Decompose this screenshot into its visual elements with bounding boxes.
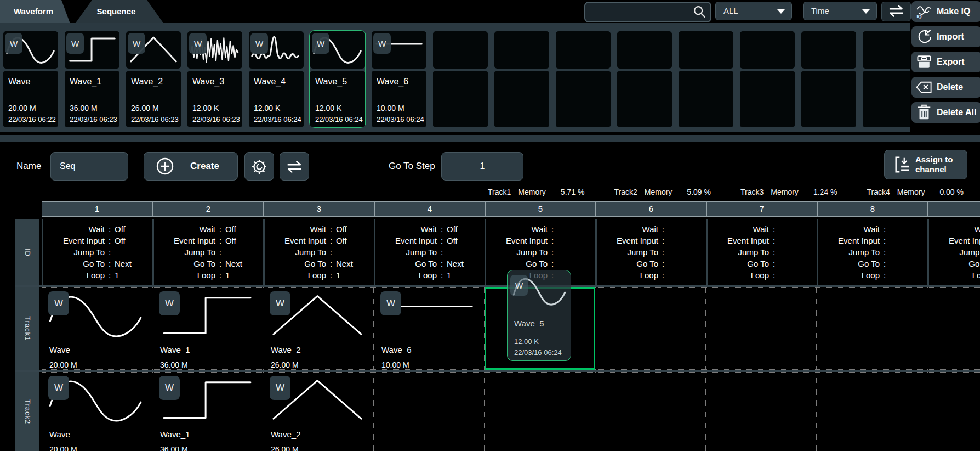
sequence-step-cell[interactable] [374, 372, 485, 451]
sequence-step-cell[interactable] [485, 372, 595, 451]
param-label: Wait [265, 224, 326, 234]
step-params-cell[interactable]: Wait:OffEvent Input:OffJump To:Go To:Nex… [374, 219, 485, 285]
cell-waveform-name: Wave_6 [381, 345, 411, 354]
tab-sequence[interactable]: Sequence [81, 0, 151, 23]
param-colon: : [769, 236, 779, 245]
w-badge: W [250, 33, 268, 54]
param-label: Loop [597, 270, 658, 280]
make-iq-button[interactable]: IQMake IQ [911, 1, 980, 22]
waveform-card[interactable]: WWave20.00 M22/03/16 06:22 [3, 31, 58, 127]
step-params-cell[interactable]: Wait:OffEvent Input:OffJump To:Go To:Nex… [263, 219, 374, 285]
sort-dropdown[interactable]: Time [803, 2, 877, 20]
step-params-cell[interactable]: Wait:Event Input:Jump To:Go To:Loop: [595, 219, 706, 285]
param-colon: : [105, 224, 115, 234]
param-colon: : [769, 247, 779, 257]
delete-button[interactable]: Delete [911, 77, 980, 98]
param-label: Event Input [486, 236, 548, 245]
param-label: Go To [375, 259, 437, 268]
step-params-cell[interactable]: Wait:Event Input:Jump To:Go To:Loop: [817, 219, 927, 285]
param-colon: : [215, 247, 225, 257]
w-badge: W [380, 291, 401, 315]
param-colon: : [769, 224, 779, 234]
param-colon: : [880, 259, 890, 268]
reorder-steps-button[interactable] [280, 152, 309, 181]
sort-order-button[interactable] [881, 2, 911, 21]
step-param-line: Event Input: [929, 235, 980, 246]
action-label: Delete [937, 82, 963, 92]
w-badge: W [270, 291, 290, 315]
step-param-line: Jump To: [265, 246, 374, 258]
waveform-name: Wave [8, 77, 30, 87]
param-colon: : [326, 259, 336, 268]
w-badge: W [128, 33, 145, 54]
waveform-card[interactable]: WWave_412.00 K22/03/16 06:24 [249, 31, 304, 127]
sequence-name-input[interactable] [50, 152, 128, 181]
step-param-line: Wait: [486, 223, 595, 235]
create-button[interactable]: Create [144, 152, 238, 181]
w-badge: W [159, 376, 180, 400]
delete-all-button[interactable]: Delete All [911, 102, 980, 123]
step-params-cell[interactable]: Wait:Event Input:Jump To:Go To:Loop: [706, 219, 817, 285]
cell-waveform-size: 26.00 M [271, 360, 299, 369]
step-param-line: Loop: [929, 269, 980, 281]
param-colon: : [215, 270, 225, 280]
param-label: Go To [597, 259, 658, 268]
waveform-card[interactable]: WWave_512.00 K22/03/16 06:24 [310, 31, 365, 127]
sequence-step-cell[interactable] [706, 372, 817, 451]
waveform-card[interactable]: WWave_136.00 M22/03/16 06:23 [65, 31, 119, 127]
search-input[interactable] [590, 4, 691, 19]
param-value: Next [115, 259, 152, 268]
param-colon: : [880, 270, 890, 280]
param-label: Event Input [154, 236, 215, 245]
waveform-thumbnail: W [126, 31, 181, 69]
param-colon: : [105, 270, 115, 280]
sequence-step-cell[interactable]: WWave20.00 M [42, 372, 152, 451]
track-memory-row: Track1Memory5.71 %Track2Memory5.09 %Trac… [488, 188, 964, 196]
goto-step-input[interactable] [441, 152, 523, 181]
param-label: Loop [43, 270, 105, 280]
search-box[interactable] [584, 2, 711, 22]
dragged-waveform-card[interactable]: W Wave_5 12.00 K 22/03/16 06:24 [507, 270, 571, 361]
step-params-cell[interactable]: Wait:OffEvent Input:OffJump To:Go To:Nex… [42, 219, 152, 285]
sequence-step-cell[interactable]: WWave_610.00 M [374, 287, 485, 370]
waveform-card[interactable]: WWave_610.00 M22/03/16 06:24 [372, 31, 426, 127]
sequence-step-cell[interactable]: WWave20.00 M [42, 287, 152, 370]
filter-type-dropdown[interactable]: ALL [715, 2, 792, 20]
export-button[interactable]: Export [911, 52, 980, 72]
waveform-size: 12.00 K [254, 104, 280, 112]
sequence-step-cell[interactable]: WWave_226.00 M [263, 287, 374, 370]
step-params-cell[interactable]: Wait:OffEvent Input:OffJump To:Go To:Nex… [152, 219, 263, 285]
cell-waveform-name: Wave_2 [271, 430, 300, 439]
sequence-settings-button[interactable] [244, 152, 274, 181]
sequence-step-cell[interactable]: WWave_136.00 M [152, 372, 263, 451]
memory-value: 5.09 % [687, 188, 711, 196]
assign-download-icon [893, 155, 911, 174]
make-iq-icon: IQ [915, 3, 933, 20]
param-colon: : [105, 259, 115, 268]
waveform-date: 22/03/16 06:23 [192, 115, 240, 123]
sequence-step-cell[interactable] [817, 287, 927, 370]
waveform-card[interactable]: WWave_226.00 M22/03/16 06:23 [126, 31, 181, 127]
sequence-step-cell[interactable] [595, 372, 706, 451]
waveform-thumbnail: W [372, 31, 426, 69]
sequence-step-cell[interactable] [817, 372, 927, 451]
memory-label: Memory [645, 188, 673, 196]
sequence-step-cell[interactable]: WWave_136.00 M [152, 287, 263, 370]
import-button[interactable]: Import [911, 26, 980, 47]
step-param-line: Loop: [818, 269, 927, 281]
sequence-step-cell[interactable] [706, 287, 817, 370]
step-params-cell[interactable]: Wait:Event Input:Jump To:Go To:Loop: [927, 219, 980, 285]
sequence-step-cell[interactable]: WWave_226.00 M [263, 372, 374, 451]
chevron-down-icon [862, 9, 870, 14]
filter-type-value: ALL [723, 2, 738, 20]
tab-waveform[interactable]: Waveform [0, 0, 67, 23]
sequence-step-cell[interactable] [927, 287, 980, 370]
waveform-name: Wave_5 [315, 77, 347, 87]
w-badge: W [312, 33, 329, 54]
sequence-step-cell[interactable] [595, 287, 706, 370]
step-param-line: Go To:Next [375, 258, 485, 269]
waveform-card[interactable]: WWave_312.00 K22/03/16 06:23 [187, 31, 242, 127]
sequence-step-cell[interactable] [927, 372, 980, 451]
param-label: Loop [818, 270, 880, 280]
assign-to-channel-button[interactable]: Assign to channel [884, 150, 967, 179]
